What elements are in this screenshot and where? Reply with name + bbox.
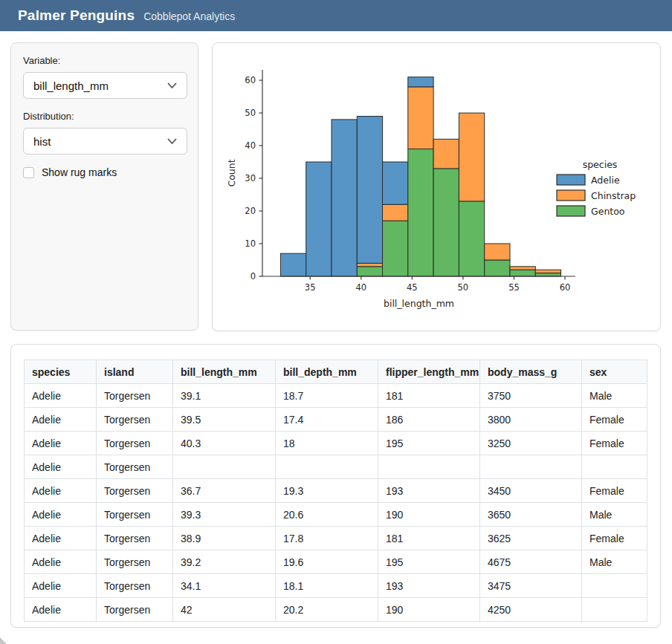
table-cell [378,455,480,479]
variable-select[interactable]: bill_length_mm [23,72,187,99]
table-cell: 195 [378,432,480,455]
column-header: island [97,360,173,384]
table-cell: Torgersen [97,550,173,574]
table-cell: 193 [378,574,480,598]
table-cell: 195 [378,550,480,574]
histogram-bar-segment-gentoo [383,221,408,276]
table-cell: Torgersen [97,455,173,479]
table-cell: Torgersen [97,432,173,455]
table-cell: Torgersen [97,574,173,598]
table-header-row: speciesislandbill_length_mmbill_depth_mm… [25,360,647,384]
histogram-bar-segment-adelie [383,162,408,204]
x-tick-label: 45 [407,282,418,293]
histogram-bar-segment-chinstrap [459,113,484,201]
table-cell: 42 [173,598,276,622]
app-root: Palmer Penguins Cobblepot Analytics Vari… [0,0,672,644]
histogram-bar-segment-chinstrap [433,139,459,169]
table-row: AdelieTorgersen34.118.11933475 [25,574,647,598]
legend-swatch-chinstrap [557,190,585,201]
table-cell: 36.7 [173,479,276,503]
legend-swatch-gentoo [557,206,585,216]
table-row: AdelieTorgersen39.219.61954675Male [25,550,647,574]
distribution-select-value: hist [33,135,51,148]
table-cell: 3750 [480,384,582,408]
table-cell: Adelie [25,574,97,598]
table-cell: 3800 [480,408,582,432]
table-cell: 39.3 [173,503,276,527]
table-cell: Male [582,503,647,527]
table-cell: 190 [378,598,480,622]
table-row: AdelieTorgersen36.719.31933450Female [25,479,647,503]
rug-checkbox-row: Show rug marks [23,166,186,178]
table-cell: 3475 [480,574,582,598]
app-subtitle: Cobblepot Analytics [143,10,235,22]
table-cell: Torgersen [97,598,173,622]
histogram-bar-segment-chinstrap [357,263,382,266]
table-cell: Torgersen [97,527,173,550]
table-cell: 38.9 [173,527,276,550]
column-header: body_mass_g [480,360,582,384]
table-cell: 4250 [480,598,582,622]
table-cell [173,455,276,479]
table-cell: 18 [276,432,378,455]
rug-checkbox-label: Show rug marks [42,166,117,178]
x-axis-label: bill_length_mm [384,298,454,309]
legend-title: species [583,159,618,170]
table-cell: Female [582,432,647,455]
histogram-bar-segment-gentoo [357,267,382,276]
table-cell: 181 [378,384,480,408]
table-row: AdelieTorgersen40.3181953250Female [25,432,647,455]
histogram-bar-segment-adelie [408,77,433,87]
table-cell: Adelie [25,479,97,503]
table-cell: Adelie [25,527,97,550]
table-cell: Male [582,384,647,408]
table-cell: 193 [378,479,480,503]
x-tick-label: 60 [560,282,571,293]
column-header: flipper_length_mm [378,360,480,384]
legend-label: Adelie [591,175,620,186]
table-cell [582,598,647,622]
x-tick-label: 55 [508,282,520,293]
data-table-panel: speciesislandbill_length_mmbill_depth_mm… [10,344,661,628]
table-cell [582,455,647,479]
table-cell: Torgersen [97,503,173,527]
resize-grip-icon [0,637,7,644]
sidebar-panel: Variable: bill_length_mm Distribution: h… [10,42,198,331]
table-row: AdelieTorgersen39.320.61903650Male [25,503,647,527]
table-row: AdelieTorgersen [25,455,647,479]
table-cell: Adelie [25,598,97,622]
column-header: bill_depth_mm [276,360,378,384]
chevron-down-icon [167,138,177,145]
table-cell: 17.4 [276,408,378,432]
y-tick-label: 50 [245,108,256,118]
table-cell: 20.6 [276,503,378,527]
table-cell: 3450 [480,479,582,503]
table-cell: 39.5 [173,408,276,432]
column-header: bill_length_mm [173,360,276,384]
table-cell: 19.3 [276,479,378,503]
histogram-bar-segment-gentoo [433,169,459,276]
app-header: Palmer Penguins Cobblepot Analytics [0,0,672,31]
table-cell: 18.1 [276,574,378,598]
table-cell: Torgersen [97,384,173,408]
rug-checkbox[interactable] [23,167,34,178]
table-cell: 20.2 [276,598,378,622]
table-cell: Male [582,550,647,574]
histogram-bar-segment-gentoo [535,273,560,276]
y-tick-label: 60 [245,75,256,85]
table-cell: Adelie [25,384,97,408]
distribution-select[interactable]: hist [23,128,187,155]
histogram-bar-segment-gentoo [485,260,510,276]
legend-label: Gentoo [591,206,625,217]
x-tick-label: 40 [355,282,366,293]
histogram-bar-segment-chinstrap [510,267,535,270]
y-tick-label: 30 [245,173,256,183]
y-tick-label: 10 [245,238,256,249]
x-tick-label: 50 [458,282,469,293]
histogram-bar-segment-adelie [280,253,306,276]
table-cell: 190 [378,503,480,527]
table-cell: Adelie [25,550,97,574]
x-tick-label: 35 [305,282,316,293]
histogram-bar-segment-chinstrap [535,270,560,273]
histogram-bars [280,77,560,276]
